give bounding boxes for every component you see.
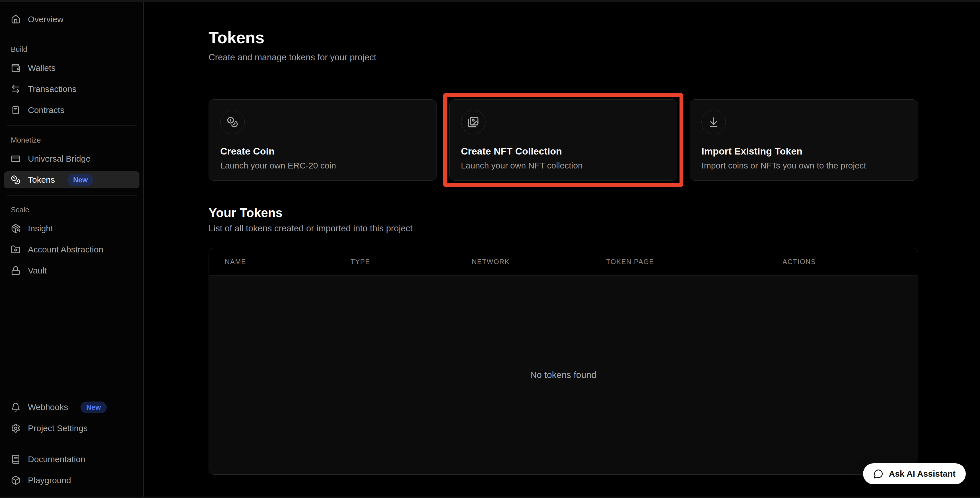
- page-title: Tokens: [208, 28, 980, 47]
- your-tokens-title: Your Tokens: [208, 206, 918, 220]
- sidebar: Overview Build Wallets Transactions Cont…: [0, 2, 144, 496]
- column-header-type: TYPE: [350, 258, 472, 266]
- sidebar-item-vault[interactable]: Vault: [4, 262, 140, 279]
- lock-icon: [11, 266, 21, 275]
- tokens-table-body: No tokens found: [209, 275, 918, 474]
- sidebar-section-scale: Scale: [4, 204, 140, 215]
- sidebar-item-label: Transactions: [28, 84, 76, 94]
- sidebar-section-monetize: Monetize: [4, 134, 140, 146]
- empty-state-text: No tokens found: [530, 370, 597, 380]
- arrows-left-right-icon: [11, 84, 21, 94]
- sidebar-item-webhooks[interactable]: Webhooks New: [4, 399, 139, 416]
- column-header-token-page: TOKEN PAGE: [606, 258, 783, 266]
- window-top-edge: [0, 0, 980, 2]
- download-icon: [702, 110, 726, 134]
- sidebar-item-project-settings[interactable]: Project Settings: [4, 420, 139, 437]
- coins-icon: [220, 110, 245, 134]
- document-icon: [11, 105, 21, 115]
- sidebar-item-label: Webhooks: [28, 403, 68, 412]
- column-header-name: NAME: [225, 258, 350, 266]
- card-description: Import coins or NFTs you own to the proj…: [702, 161, 906, 170]
- column-header-network: NETWORK: [472, 258, 606, 266]
- create-nft-collection-card[interactable]: Create NFT Collection Launch your own NF…: [449, 99, 678, 181]
- ask-ai-assistant-button[interactable]: Ask AI Assistant: [863, 463, 966, 484]
- sidebar-item-insight[interactable]: Insight: [4, 220, 140, 237]
- card-description: Launch your own NFT collection: [461, 161, 666, 170]
- tokens-table-header: NAME TYPE NETWORK TOKEN PAGE ACTIONS: [209, 248, 918, 275]
- sidebar-item-documentation[interactable]: Documentation: [4, 451, 139, 468]
- sidebar-item-wallets[interactable]: Wallets: [4, 59, 140, 76]
- sidebar-item-account-abstraction[interactable]: Account Abstraction: [4, 241, 140, 258]
- sidebar-item-label: Insight: [28, 224, 53, 233]
- home-icon: [11, 14, 21, 24]
- wallet-icon: [11, 63, 21, 73]
- new-badge: New: [67, 174, 93, 186]
- card-title: Import Existing Token: [702, 146, 906, 157]
- gear-icon: [11, 423, 21, 433]
- folder-icon: [11, 245, 21, 255]
- content-area: Create Coin Launch your own ERC-20 coin …: [144, 99, 980, 475]
- sidebar-item-label: Account Abstraction: [28, 245, 103, 255]
- card-description: Launch your own ERC-20 coin: [220, 161, 425, 170]
- sidebar-item-label: Documentation: [28, 455, 85, 464]
- page-header: Tokens Create and manage tokens for your…: [144, 2, 980, 63]
- sidebar-item-label: Project Settings: [28, 423, 88, 433]
- book-icon: [11, 455, 21, 464]
- sidebar-item-overview[interactable]: Overview: [4, 11, 140, 28]
- coins-icon: [11, 175, 21, 185]
- divider: [7, 126, 137, 126]
- sidebar-item-tokens[interactable]: Tokens New: [4, 171, 140, 188]
- sidebar-bottom-group: Webhooks New Project Settings Documentat…: [4, 399, 139, 489]
- divider: [144, 81, 980, 81]
- your-tokens-subtitle: List of all tokens created or imported i…: [208, 223, 918, 234]
- main-content: Tokens Create and manage tokens for your…: [144, 2, 980, 496]
- sidebar-item-label: Playground: [28, 476, 71, 485]
- ask-ai-assistant-label: Ask AI Assistant: [889, 469, 956, 479]
- package-search-icon: [11, 224, 21, 233]
- sidebar-item-label: Universal Bridge: [28, 154, 91, 164]
- sidebar-item-transactions[interactable]: Transactions: [4, 81, 140, 98]
- sidebar-item-playground[interactable]: Playground: [4, 472, 139, 489]
- sidebar-item-contracts[interactable]: Contracts: [4, 102, 140, 119]
- images-icon: [461, 110, 485, 134]
- sidebar-section-build: Build: [4, 43, 140, 55]
- column-header-actions: ACTIONS: [783, 258, 918, 266]
- sidebar-item-label: Overview: [28, 14, 64, 24]
- bell-icon: [11, 403, 21, 412]
- tokens-table: NAME TYPE NETWORK TOKEN PAGE ACTIONS No …: [208, 248, 918, 475]
- sidebar-item-label: Contracts: [28, 105, 64, 115]
- divider: [7, 195, 137, 196]
- card-title: Create Coin: [220, 146, 425, 157]
- chat-bubble-icon: [873, 469, 883, 479]
- new-badge: New: [81, 401, 107, 413]
- divider: [7, 444, 136, 444]
- sidebar-item-universal-bridge[interactable]: Universal Bridge: [4, 150, 140, 167]
- sidebar-item-label: Vault: [28, 266, 47, 275]
- window-bottom-edge: [0, 496, 980, 498]
- credit-card-icon: [11, 154, 21, 164]
- sidebar-item-label: Wallets: [28, 63, 56, 73]
- divider: [7, 35, 137, 35]
- sidebar-item-label: Tokens: [28, 175, 55, 185]
- card-title: Create NFT Collection: [461, 146, 666, 157]
- action-cards: Create Coin Launch your own ERC-20 coin …: [208, 99, 918, 181]
- create-coin-card[interactable]: Create Coin Launch your own ERC-20 coin: [208, 99, 437, 181]
- import-existing-token-card[interactable]: Import Existing Token Import coins or NF…: [690, 99, 918, 181]
- cube-icon: [11, 476, 21, 485]
- page-subtitle: Create and manage tokens for your projec…: [208, 52, 980, 63]
